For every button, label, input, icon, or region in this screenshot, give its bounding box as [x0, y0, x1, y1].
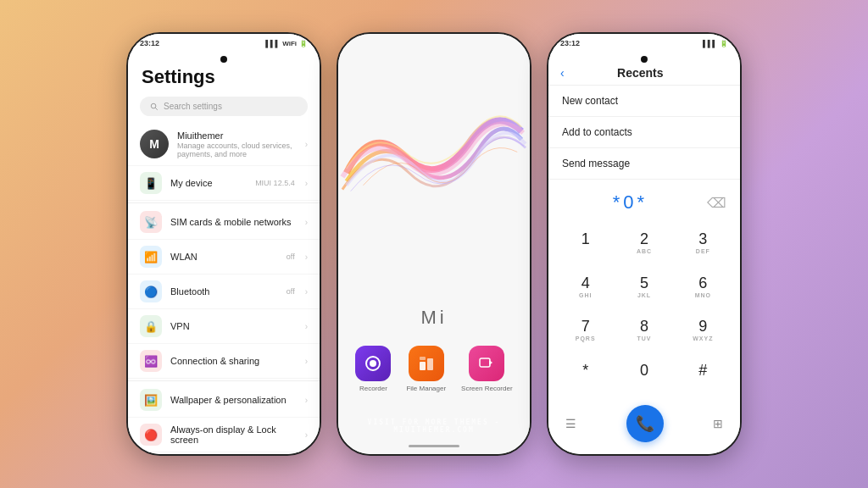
key-6-sub: MNO — [695, 292, 711, 298]
vpn-item[interactable]: 🔒 VPN › — [128, 309, 320, 344]
wlan-label: WLAN — [170, 252, 278, 262]
always-on-text: Always-on display & Lock screen — [170, 424, 297, 445]
backspace-button[interactable]: ⌫ — [707, 195, 726, 211]
my-device-version: MIUI 12.5.4 — [255, 179, 295, 187]
key-9[interactable]: 9 WXYZ — [675, 309, 732, 352]
dialer-display: *0* ⌫ — [548, 180, 740, 219]
wallpaper-icon: 🖼️ — [140, 389, 162, 411]
status-bar-left: 23:12 ▌▌▌ WiFi 🔋 — [128, 34, 320, 49]
mi-brand-label: Mi — [420, 307, 447, 329]
bluetooth-text: Bluetooth — [170, 286, 278, 297]
connection-item[interactable]: ♾️ Connection & sharing › — [128, 344, 320, 379]
settings-screen: 23:12 ▌▌▌ WiFi 🔋 Settings Search setting… — [128, 34, 320, 454]
back-button[interactable]: ‹ — [560, 66, 565, 80]
bluetooth-icon: 🔵 — [140, 280, 162, 302]
wallpaper-text: Wallpaper & personalization — [170, 395, 297, 405]
connection-text: Connection & sharing — [170, 356, 297, 366]
new-contact-item[interactable]: New contact — [548, 86, 740, 117]
search-icon — [150, 103, 159, 111]
add-to-contacts-label: Add to contacts — [562, 126, 632, 138]
sim-item[interactable]: 📡 SIM cards & mobile networks › — [128, 205, 320, 240]
home-screen: Mi Recorder File Manager — [338, 34, 530, 454]
phone-dialer: 23:12 ▌▌▌ 🔋 ‹ Recents New contact Add to… — [547, 32, 742, 456]
key-3-main: 3 — [698, 231, 707, 248]
wlan-text: WLAN — [170, 252, 278, 262]
dialer-number: *0* — [562, 191, 698, 214]
dialer-screen: 23:12 ▌▌▌ 🔋 ‹ Recents New contact Add to… — [548, 34, 740, 454]
svg-point-3 — [370, 360, 376, 367]
connection-label: Connection & sharing — [170, 356, 297, 366]
connection-icon: ♾️ — [140, 350, 162, 372]
svg-line-1 — [155, 108, 158, 110]
key-1-sub — [584, 248, 587, 254]
key-star-sub — [584, 380, 587, 385]
key-1-main: 1 — [581, 231, 590, 248]
bottom-bar-indicator — [409, 445, 459, 447]
key-1[interactable]: 1 — [557, 222, 614, 264]
key-hash-sub — [702, 380, 704, 385]
wallpaper-item[interactable]: 🖼️ Wallpaper & personalization › — [128, 383, 320, 418]
bluetooth-item[interactable]: 🔵 Bluetooth off › — [128, 274, 320, 309]
call-button[interactable]: 📞 — [626, 405, 664, 442]
notch-area-left — [128, 49, 320, 61]
key-5[interactable]: 5 JKL — [615, 266, 672, 308]
settings-title: Settings — [128, 61, 320, 93]
key-8[interactable]: 8 TUV — [615, 309, 672, 352]
svg-rect-5 — [427, 358, 433, 370]
key-star-main: * — [582, 363, 588, 380]
bluetooth-label: Bluetooth — [170, 286, 278, 297]
key-8-main: 8 — [640, 319, 648, 336]
divider-1 — [128, 202, 320, 203]
key-4[interactable]: 4 GHI — [557, 266, 614, 308]
wallpaper — [338, 46, 530, 300]
vpn-label: VPN — [170, 321, 297, 331]
svg-rect-7 — [480, 358, 490, 367]
key-hash[interactable]: # — [675, 353, 732, 396]
key-4-main: 4 — [581, 275, 590, 292]
menu-dots-button[interactable]: ☰ — [565, 417, 576, 430]
key-2-main: 2 — [640, 231, 648, 248]
screen-recorder-app[interactable]: Screen Recorder — [461, 346, 512, 392]
bluetooth-off: off — [287, 287, 295, 296]
key-3[interactable]: 3 DEF — [675, 222, 732, 264]
dock-apps: Recorder File Manager — [355, 346, 512, 392]
grid-button[interactable]: ⊞ — [713, 417, 723, 430]
wlan-item[interactable]: 📶 WLAN off › — [128, 240, 320, 274]
key-3-sub: DEF — [696, 248, 710, 254]
vpn-icon: 🔒 — [140, 315, 162, 337]
dialer-header: ‹ Recents — [548, 61, 740, 86]
keypad: 1 2 ABC 3 DEF 4 GHI 5 JKL 6 MNO — [548, 219, 740, 398]
vpn-text: VPN — [170, 321, 297, 331]
always-on-label: Always-on display & Lock screen — [170, 424, 297, 445]
status-bar-right: 23:12 ▌▌▌ 🔋 — [548, 34, 740, 49]
avatar: M — [140, 130, 169, 158]
key-0[interactable]: 0 — [615, 353, 672, 396]
send-message-item[interactable]: Send message — [548, 148, 740, 180]
add-to-contacts-item[interactable]: Add to contacts — [548, 117, 740, 148]
key-2-sub: ABC — [637, 248, 652, 254]
screen-recorder-label: Screen Recorder — [461, 385, 512, 392]
status-icons-left: ▌▌▌ WiFi 🔋 — [265, 40, 308, 47]
account-item[interactable]: M Miuithemer Manage accounts, cloud serv… — [128, 123, 320, 166]
svg-point-0 — [151, 103, 156, 108]
key-7[interactable]: 7 PQRS — [557, 309, 614, 352]
key-star[interactable]: * — [557, 353, 614, 396]
recorder-app[interactable]: Recorder — [355, 346, 391, 392]
key-0-sub — [643, 380, 646, 385]
screen-recorder-icon — [469, 346, 504, 381]
key-6[interactable]: 6 MNO — [675, 266, 732, 308]
status-icons-right: ▌▌▌ 🔋 — [703, 40, 728, 47]
key-7-sub: PQRS — [576, 336, 596, 341]
search-bar[interactable]: Search settings — [140, 97, 308, 116]
search-placeholder: Search settings — [164, 102, 222, 111]
file-manager-app[interactable]: File Manager — [406, 346, 446, 392]
always-on-item[interactable]: 🔴 Always-on display & Lock screen › — [128, 418, 320, 452]
key-5-sub: JKL — [637, 292, 651, 298]
key-8-sub: TUV — [637, 336, 651, 341]
my-device-item[interactable]: 📱 My device MIUI 12.5.4 › — [128, 166, 320, 201]
recorder-icon — [355, 346, 391, 381]
account-name: Miuithemer — [177, 130, 297, 141]
home-bottom-bar — [338, 445, 530, 447]
key-2[interactable]: 2 ABC — [615, 222, 672, 264]
send-message-label: Send message — [562, 158, 630, 169]
